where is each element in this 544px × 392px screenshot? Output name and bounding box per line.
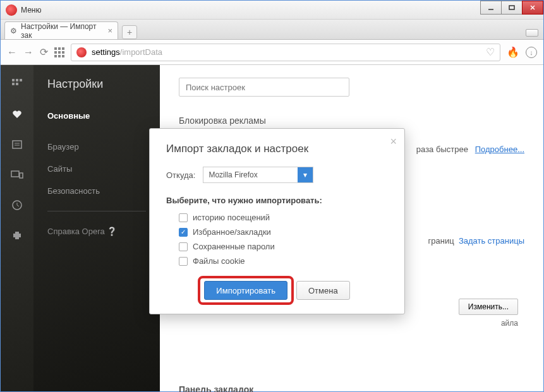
svg-rect-8 (16, 83, 18, 85)
import-option-label: Сохраненные пароли (193, 242, 275, 251)
news-rail-icon[interactable] (11, 138, 23, 151)
import-option-label: историю посещений (193, 213, 270, 222)
svg-rect-12 (11, 171, 19, 177)
svg-rect-1 (509, 6, 514, 9)
change-button[interactable]: Изменить... (459, 299, 518, 315)
from-select-value: Mozilla Firefox (209, 170, 257, 179)
file-text: айла (501, 319, 518, 328)
icon-rail (1, 65, 33, 391)
svg-rect-7 (12, 83, 15, 85)
import-option-checkbox[interactable] (179, 213, 188, 222)
import-option-row: историю посещений (179, 213, 388, 222)
content-area: Настройки Основные Браузер Сайты Безопас… (1, 65, 543, 391)
cancel-button[interactable]: Отмена (296, 281, 350, 300)
svg-rect-4 (12, 79, 15, 81)
import-option-label: Файлы cookie (193, 256, 245, 266)
import-option-checkbox[interactable]: ✓ (179, 228, 188, 237)
back-button[interactable]: ← (7, 47, 17, 58)
import-option-row: Сохраненные пароли (179, 242, 388, 251)
extensions-rail-icon[interactable] (11, 229, 23, 242)
sidebar-item-browser[interactable]: Браузер (33, 136, 160, 158)
settings-sidebar: Настройки Основные Браузер Сайты Безопас… (33, 65, 160, 391)
svg-line-16 (17, 205, 19, 206)
from-label: Откуда: (166, 170, 195, 180)
tab-menu-handle[interactable] (526, 29, 538, 37)
select-header: Выберите, что нужно импортировать: (166, 196, 388, 205)
heart-rail-icon[interactable] (11, 108, 23, 121)
pages-text: границ (428, 236, 454, 246)
url-text: settings/importData (92, 47, 481, 57)
sidebar-item-sites[interactable]: Сайты (33, 158, 160, 180)
apps-icon[interactable] (54, 47, 64, 57)
import-button[interactable]: Импортировать (204, 281, 287, 300)
speed-dial-icon[interactable] (11, 78, 23, 90)
menu-button[interactable]: Меню (21, 6, 41, 15)
devices-rail-icon[interactable] (11, 169, 23, 181)
sidebar-item-basic[interactable]: Основные (33, 105, 160, 127)
titlebar: Меню (1, 1, 543, 20)
import-option-row: Файлы cookie (179, 256, 388, 266)
bookmark-heart-icon[interactable]: ♡ (486, 46, 495, 58)
svg-rect-6 (20, 79, 22, 81)
tab-settings[interactable]: ⚙ Настройки — Импорт зак × (4, 21, 118, 39)
set-pages-link[interactable]: Задать страницы (459, 236, 524, 246)
app-window: Меню ⚙ Настройки — Импорт зак × + ← → ⟳ (0, 0, 544, 392)
bookmark-bar-header: Панель закладок (179, 384, 524, 392)
tabstrip: ⚙ Настройки — Импорт зак × + (1, 20, 543, 40)
modal-title: Импорт закладок и настроек (166, 143, 388, 155)
downloads-icon[interactable]: ↓ (526, 47, 537, 58)
help-icon: ❔ (107, 227, 117, 236)
adblock-header: Блокировка рекламы (179, 116, 524, 126)
import-option-label: Избранное/закладки (193, 227, 271, 237)
maximize-button[interactable] (501, 1, 523, 15)
forward-button[interactable]: → (23, 47, 33, 58)
clock-rail-icon[interactable] (11, 199, 23, 211)
chevron-down-icon: ▾ (298, 167, 313, 182)
tab-title: Настройки — Импорт зак (21, 22, 100, 40)
sidebar-help[interactable]: Справка Opera ❔ (33, 220, 160, 242)
tab-close-button[interactable]: × (107, 26, 112, 35)
opera-logo-icon (6, 4, 17, 16)
url-field[interactable]: settings/importData ♡ (71, 44, 500, 61)
sidebar-item-security[interactable]: Безопасность (33, 180, 160, 202)
close-button[interactable] (522, 1, 543, 15)
address-bar: ← → ⟳ settings/importData ♡ 🔥 ↓ (1, 40, 543, 65)
faster-text: раза быстрее (416, 145, 468, 154)
svg-rect-5 (16, 79, 18, 81)
sidebar-title: Настройки (33, 78, 160, 105)
import-modal: × Импорт закладок и настроек Откуда: Moz… (149, 128, 405, 314)
window-controls (481, 1, 543, 15)
reload-button[interactable]: ⟳ (40, 46, 48, 58)
svg-rect-13 (20, 173, 23, 178)
minimize-button[interactable] (480, 1, 502, 15)
opera-url-icon (76, 47, 87, 57)
gear-icon: ⚙ (10, 27, 17, 35)
settings-search-input[interactable] (179, 78, 349, 97)
flame-icon[interactable]: 🔥 (507, 46, 519, 58)
from-select[interactable]: Mozilla Firefox ▾ (203, 167, 313, 183)
import-option-checkbox[interactable] (179, 257, 188, 266)
modal-close-button[interactable]: × (390, 135, 397, 148)
import-option-checkbox[interactable] (179, 242, 188, 251)
svg-rect-9 (13, 141, 21, 148)
new-tab-button[interactable]: + (122, 25, 137, 39)
learn-more-link[interactable]: Подробнее... (475, 145, 524, 154)
import-option-row: ✓Избранное/закладки (179, 227, 388, 237)
